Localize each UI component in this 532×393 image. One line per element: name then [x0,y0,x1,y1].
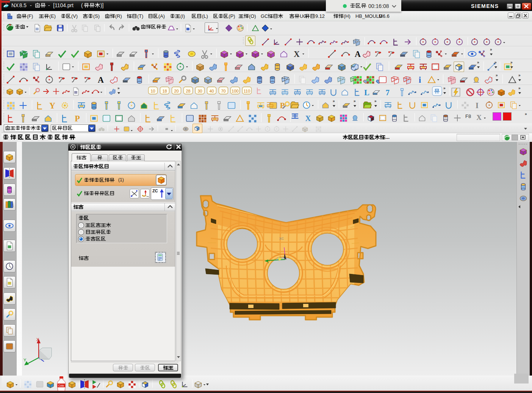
svg-text:30: 30 [197,89,202,93]
svg-text:NX: NX [11,3,19,8]
svg-text:20: 20 [174,89,178,93]
svg-text:X: X [294,49,300,59]
svg-text:(S): (S) [93,13,100,19]
svg-text:(P): (P) [229,13,235,19]
svg-text:P: P [280,101,285,110]
svg-text:10: 10 [150,89,155,93]
svg-text:(H): (H) [344,13,350,19]
svg-text:Y: Y [23,358,27,362]
svg-text:A: A [355,49,361,59]
svg-text:(1): (1) [118,177,124,182]
svg-text:(A): (A) [158,13,165,19]
svg-text:28: 28 [186,89,190,93]
svg-text:I: I [476,101,479,110]
svg-text:(T): (T) [137,13,143,19]
svg-text:X: X [36,337,39,342]
svg-text:P: P [75,114,80,123]
svg-text:i: i [419,75,421,85]
svg-text:110: 110 [244,89,250,93]
svg-text:(: ( [81,3,83,8]
svg-text:40: 40 [209,89,214,93]
svg-text:Cola: Cola [58,384,64,387]
svg-text:)]: )] [100,3,103,8]
svg-text:(R): (R) [115,13,122,19]
svg-text:8.5: 8.5 [19,3,27,8]
svg-text:18: 18 [162,89,167,93]
svg-text:GC: GC [261,13,268,19]
svg-text:...: ... [385,134,390,140]
svg-text:70: 70 [221,89,225,93]
svg-text:X: X [305,114,311,123]
svg-text:A: A [98,75,104,85]
svg-text:9.12: 9.12 [315,13,325,19]
svg-text:M6.6: M6.6 [379,13,389,19]
svg-text:L: L [364,88,369,97]
svg-text:7: 7 [386,88,390,97]
svg-text:(L): (L) [202,13,208,19]
svg-text:-: - [30,3,32,8]
svg-text:X: X [476,113,482,121]
svg-text:XC: XC [279,237,284,241]
svg-text:Y: Y [267,261,269,264]
svg-text:(O): (O) [249,13,256,19]
svg-text:(E): (E) [49,13,56,19]
svg-text:-: - [48,3,50,8]
svg-text:(F): (F) [27,13,33,19]
svg-text:100: 100 [232,89,238,93]
svg-text:[1104.prt: [1104.prt [53,3,74,8]
svg-text:Y: Y [49,101,55,110]
svg-text:(V): (V) [71,13,78,19]
svg-text:(I): (I) [180,13,185,19]
